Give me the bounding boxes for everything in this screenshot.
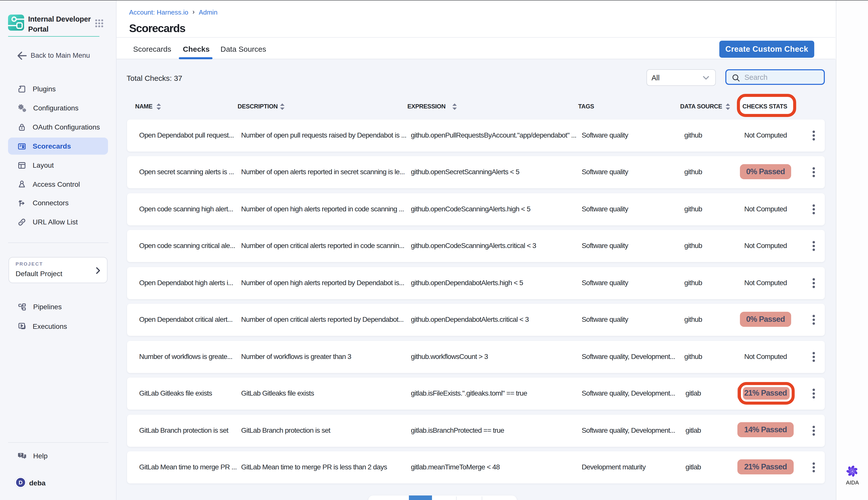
svg-text:?: ? [20, 452, 22, 457]
